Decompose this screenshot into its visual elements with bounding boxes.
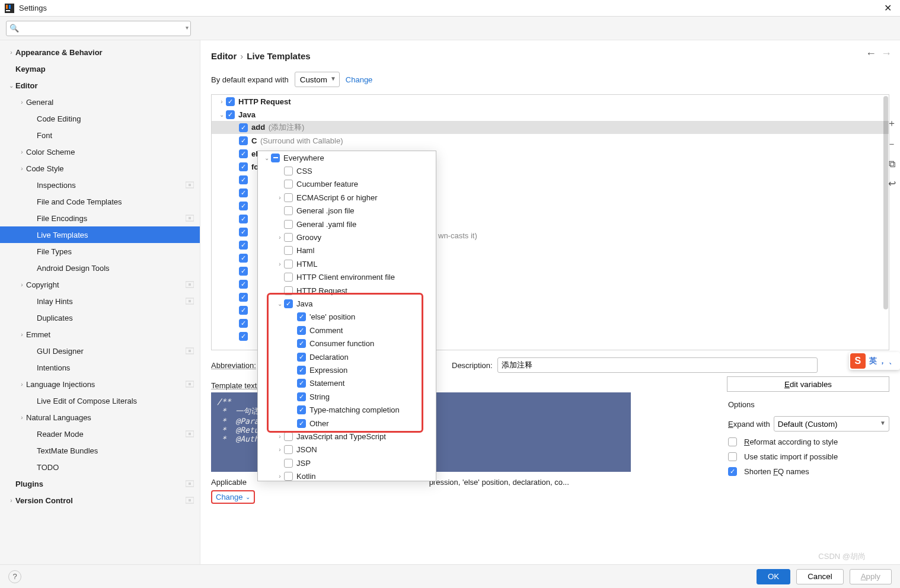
checkbox[interactable]: ✓ [239, 241, 248, 250]
checkbox[interactable]: ✓ [297, 379, 306, 388]
sidebar-item[interactable]: Reader Mode [0, 426, 200, 442]
template-row[interactable]: ✓add (添加注释) [212, 121, 889, 134]
sidebar-item[interactable]: ›Color Scheme [0, 143, 200, 160]
checkbox[interactable]: ✓ [239, 306, 248, 315]
edit-variables-button[interactable]: EEdit variablesdit variables [727, 376, 889, 392]
checkbox[interactable] [284, 472, 293, 481]
checkbox[interactable]: ✓ [239, 136, 248, 145]
context-item[interactable]: CSS [258, 164, 436, 177]
expand-icon[interactable]: › [276, 234, 284, 241]
context-item[interactable]: General .json file [258, 204, 436, 218]
context-item[interactable]: Haml [258, 244, 436, 257]
sidebar-item[interactable]: File and Code Templates [0, 193, 200, 210]
checkbox[interactable] [284, 180, 293, 188]
nav-back-icon[interactable]: ← [866, 47, 876, 60]
ok-button[interactable]: OK [757, 569, 790, 584]
checkbox[interactable] [284, 246, 293, 255]
checkbox[interactable]: ✓ [297, 339, 306, 348]
sidebar-item[interactable]: Font [0, 127, 200, 143]
checkbox[interactable]: ✓ [226, 97, 235, 106]
sidebar-item[interactable]: Intentions [0, 359, 200, 376]
checkbox[interactable] [284, 260, 293, 269]
expand-with-option-select[interactable]: Default (Custom) [774, 416, 889, 432]
context-item[interactable]: ›ECMAScript 6 or higher [258, 191, 436, 204]
apply-button[interactable]: Apply [850, 569, 892, 584]
context-item[interactable]: ›HTML [258, 257, 436, 270]
sidebar-item[interactable]: File Encodings [0, 210, 200, 226]
reformat-checkbox[interactable] [728, 437, 737, 446]
add-template-icon[interactable]: ＋ [887, 117, 896, 130]
context-item[interactable]: ✓Other [258, 417, 436, 430]
sidebar-item[interactable]: GUI Designer [0, 343, 200, 359]
nav-forward-icon[interactable]: → [881, 47, 892, 60]
shorten-fq-checkbox[interactable]: ✓ [728, 467, 737, 476]
context-item[interactable]: ✓Type-matching completion [258, 403, 436, 416]
checkbox[interactable]: ✓ [239, 332, 248, 341]
checkbox[interactable]: ✓ [297, 419, 306, 428]
sidebar-item[interactable]: Inspections [0, 177, 200, 193]
sidebar-item[interactable]: ›Natural Languages [0, 409, 200, 426]
checkbox[interactable]: ✓ [239, 228, 248, 237]
expand-icon[interactable]: ⌄ [263, 155, 271, 161]
checkbox[interactable]: ✓ [239, 149, 248, 158]
checkbox[interactable]: ✓ [239, 293, 248, 302]
checkbox[interactable]: ✓ [239, 267, 248, 276]
sidebar-item[interactable]: ›Appearance & Behavior [0, 44, 200, 60]
context-item[interactable]: ✓String [258, 390, 436, 403]
checkbox[interactable]: ✓ [226, 110, 235, 119]
checkbox[interactable] [284, 445, 293, 454]
expand-icon[interactable]: › [276, 194, 284, 201]
sidebar-item[interactable]: Duplicates [0, 309, 200, 326]
checkbox[interactable]: ✓ [239, 215, 248, 223]
checkbox[interactable]: ✓ [297, 392, 306, 401]
sidebar-item[interactable]: Plugins [0, 475, 200, 492]
context-item[interactable]: ✓'else' position [258, 311, 436, 324]
context-item[interactable]: HTTP Client environment file [258, 271, 436, 284]
checkbox[interactable] [284, 286, 293, 295]
checkbox[interactable]: ✓ [297, 326, 306, 335]
search-input[interactable] [6, 21, 191, 36]
context-item[interactable]: ⌄Everywhere [258, 151, 436, 164]
revert-template-icon[interactable]: ↩ [888, 178, 896, 189]
expand-icon[interactable]: › [276, 433, 284, 440]
checkbox[interactable]: ✓ [239, 202, 248, 210]
context-item[interactable]: ›JSON [258, 443, 436, 456]
description-input[interactable] [497, 357, 818, 373]
sidebar-item[interactable]: TODO [0, 459, 200, 475]
checkbox[interactable] [284, 206, 293, 215]
context-item[interactable]: ✓Comment [258, 324, 436, 337]
checkbox[interactable]: ✓ [297, 312, 306, 321]
checkbox[interactable]: ✓ [239, 175, 248, 184]
context-item[interactable]: JSP [258, 456, 436, 469]
checkbox[interactable] [284, 459, 293, 468]
checkbox[interactable] [284, 167, 293, 175]
cancel-button[interactable]: Cancel [796, 569, 844, 584]
expand-icon[interactable]: › [276, 446, 284, 453]
context-item[interactable]: ⌄✓Java [258, 297, 436, 310]
context-item[interactable]: General .yaml file [258, 218, 436, 231]
context-item[interactable]: ›JavaScript and TypeScript [258, 430, 436, 443]
checkbox[interactable] [284, 193, 293, 202]
expand-icon[interactable]: › [276, 261, 284, 267]
context-item[interactable]: Cucumber feature [258, 178, 436, 191]
context-item[interactable]: ›Groovy [258, 231, 436, 244]
sidebar-item[interactable]: ⌄Editor [0, 77, 200, 94]
checkbox[interactable]: ✓ [239, 123, 248, 132]
context-item[interactable]: HTTP Request [258, 284, 436, 297]
context-item[interactable]: ✓Expression [258, 363, 436, 376]
checkbox[interactable] [284, 273, 293, 282]
expand-icon[interactable]: › [276, 473, 284, 480]
expand-icon[interactable]: ⌄ [276, 301, 284, 307]
close-icon[interactable]: ✕ [880, 2, 895, 14]
context-item[interactable]: ✓Consumer function [258, 337, 436, 350]
static-import-checkbox[interactable] [728, 452, 737, 461]
checkbox[interactable] [284, 432, 293, 441]
expand-with-select[interactable]: Custom [295, 72, 340, 87]
sidebar-item[interactable]: File Types [0, 243, 200, 260]
sidebar-item[interactable]: ›Language Injections [0, 376, 200, 392]
sidebar-item[interactable]: ›General [0, 94, 200, 110]
sidebar-item[interactable]: Keymap [0, 60, 200, 77]
change-contexts-button[interactable]: Change ⌄ [211, 490, 255, 504]
checkbox[interactable]: ✓ [284, 299, 293, 308]
sidebar-item[interactable]: TextMate Bundles [0, 442, 200, 459]
